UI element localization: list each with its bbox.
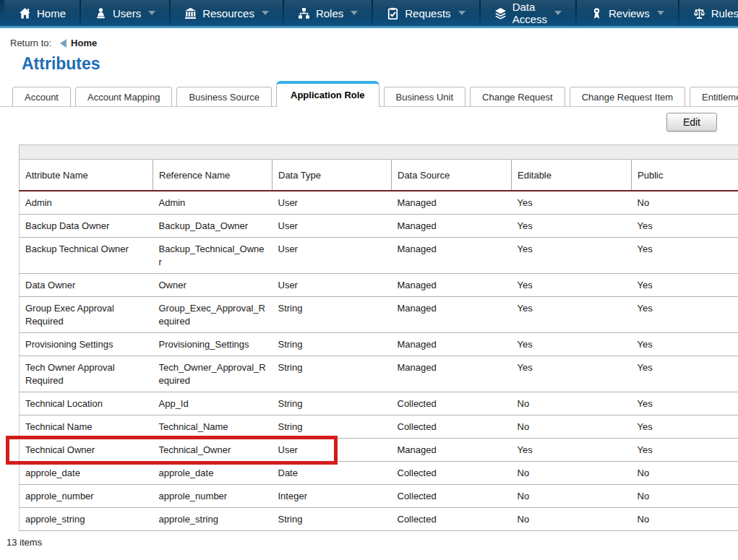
table-row[interactable]: Technical LocationApp_IdStringCollectedN… — [20, 392, 738, 415]
nav-item-requests[interactable]: Requests — [372, 0, 479, 26]
tab-bar: AccountAccount MappingBusiness SourceApp… — [0, 83, 738, 107]
tab-account[interactable]: Account — [12, 87, 71, 106]
table-row[interactable]: Technical NameTechnical_NameStringCollec… — [20, 415, 738, 439]
home-icon — [19, 7, 31, 20]
tab-entitlement[interactable]: Entitlement — [690, 87, 738, 106]
nav-item-label: Requests — [405, 7, 450, 20]
table-row[interactable]: Provisioning SettingsProvisioning_Settin… — [20, 333, 738, 356]
tab-change-request[interactable]: Change Request — [470, 87, 565, 106]
table-row[interactable]: Backup Technical OwnerBackup_Technical_O… — [20, 238, 738, 274]
cell-data-source: Managed — [392, 274, 512, 297]
resources-icon — [184, 7, 197, 20]
cell-attribute-name: Admin — [20, 191, 153, 215]
toolbar: Edit — [0, 113, 717, 132]
cell-editable: Yes — [512, 439, 632, 462]
nav-item-home[interactable]: Home — [4, 0, 80, 26]
tab-business-source[interactable]: Business Source — [176, 87, 272, 106]
table-row[interactable]: Tech Owner Approval RequiredTech_Owner_A… — [20, 356, 738, 392]
edit-button[interactable]: Edit — [666, 113, 717, 132]
nav-item-rules[interactable]: Rules — [679, 0, 738, 26]
cell-attribute-name: Technical Location — [20, 392, 153, 415]
cell-attribute-name: Tech Owner Approval Required — [20, 356, 153, 392]
cell-data-type: User — [273, 274, 392, 297]
cell-data-type: String — [273, 333, 392, 356]
cell-reference-name: Technical_Owner — [153, 439, 273, 462]
cell-public: Yes — [632, 333, 738, 356]
table-top-bar — [19, 145, 738, 159]
cell-reference-name: approle_number — [153, 485, 273, 508]
back-arrow-icon — [60, 39, 66, 48]
cell-data-source: Managed — [392, 297, 512, 333]
cell-reference-name: Backup_Data_Owner — [153, 215, 273, 238]
column-header-reference-name: Reference Name — [153, 160, 273, 191]
nav-item-label: Rules — [711, 7, 738, 20]
cell-attribute-name: Group Exec Approval Required — [20, 297, 153, 333]
nav-item-users[interactable]: Users — [80, 0, 170, 26]
cell-attribute-name: Provisioning Settings — [20, 333, 153, 356]
cell-public: No — [632, 485, 738, 508]
cell-data-source: Managed — [392, 333, 512, 356]
cell-reference-name: Backup_Technical_Owner — [153, 238, 273, 274]
cell-data-type: Date — [273, 462, 392, 485]
nav-item-reviews[interactable]: Reviews — [576, 0, 679, 26]
tab-account-mapping[interactable]: Account Mapping — [75, 87, 172, 106]
item-count: 13 items — [7, 537, 738, 548]
cell-reference-name: Owner — [153, 274, 273, 297]
table-row[interactable]: Data OwnerOwnerUserManagedYesYes — [20, 274, 738, 297]
column-header-attribute-name: Attribute Name — [20, 160, 153, 191]
cell-reference-name: App_Id — [153, 392, 273, 415]
table-row[interactable]: approle_numberapprole_numberIntegerColle… — [20, 485, 738, 508]
cell-editable: Yes — [512, 191, 632, 215]
cell-data-source: Collected — [392, 508, 512, 531]
cell-reference-name: Group_Exec_Approval_Required — [153, 297, 273, 333]
cell-editable: Yes — [512, 274, 632, 297]
cell-attribute-name: Technical Owner — [20, 439, 153, 462]
cell-data-type: User — [273, 439, 392, 462]
chevron-down-icon — [262, 11, 269, 15]
cell-data-source: Collected — [392, 485, 512, 508]
nav-item-label: Data Access — [512, 1, 547, 25]
table-row[interactable]: Technical OwnerTechnical_OwnerUserManage… — [20, 439, 738, 462]
nav-item-label: Users — [113, 7, 141, 20]
cell-reference-name: Technical_Name — [153, 415, 273, 439]
nav-item-data-access[interactable]: Data Access — [480, 0, 576, 26]
nav-item-label: Home — [37, 7, 66, 20]
cell-reference-name: approle_date — [153, 462, 273, 485]
requests-icon — [387, 7, 399, 20]
nav-item-resources[interactable]: Resources — [170, 0, 283, 26]
cell-data-type: String — [273, 508, 392, 531]
chevron-down-icon — [554, 11, 562, 15]
table-row[interactable]: approle_stringapprole_stringStringCollec… — [20, 508, 738, 531]
nav-item-roles[interactable]: Roles — [283, 0, 372, 26]
cell-data-source: Managed — [392, 356, 512, 392]
breadcrumb-home-link[interactable]: Home — [71, 38, 97, 48]
cell-reference-name: Admin — [153, 191, 273, 215]
cell-public: Yes — [632, 415, 738, 439]
reviews-icon — [591, 7, 603, 20]
cell-editable: Yes — [512, 333, 632, 356]
users-icon — [95, 7, 107, 20]
cell-editable: Yes — [512, 215, 632, 238]
attributes-table-container: Attribute NameReference NameData TypeDat… — [19, 145, 738, 531]
cell-attribute-name: approle_date — [20, 462, 153, 485]
breadcrumb: Return to: Home — [10, 38, 738, 48]
cell-data-source: Collected — [392, 462, 512, 485]
breadcrumb-prefix: Return to: — [10, 38, 51, 48]
table-row[interactable]: Backup Data OwnerBackup_Data_OwnerUserMa… — [20, 215, 738, 238]
tab-business-unit[interactable]: Business Unit — [384, 87, 465, 106]
table-header-row: Attribute NameReference NameData TypeDat… — [20, 160, 738, 191]
column-header-editable: Editable — [512, 160, 632, 191]
tab-change-request-item[interactable]: Change Request Item — [570, 87, 685, 106]
table-row[interactable]: AdminAdminUserManagedYesNo — [20, 191, 738, 215]
cell-editable: Yes — [512, 356, 632, 392]
cell-editable: No — [512, 392, 632, 415]
tab-application-role[interactable]: Application Role — [276, 81, 379, 107]
nav-item-label: Resources — [202, 7, 254, 20]
cell-data-type: User — [273, 215, 392, 238]
cell-public: Yes — [632, 439, 738, 462]
table-row[interactable]: Group Exec Approval RequiredGroup_Exec_A… — [20, 297, 738, 333]
cell-data-source: Managed — [392, 439, 512, 462]
cell-data-source: Collected — [392, 415, 512, 439]
table-row[interactable]: approle_dateapprole_dateDateCollectedNoN… — [20, 462, 738, 485]
cell-reference-name: Provisioning_Settings — [153, 333, 273, 356]
